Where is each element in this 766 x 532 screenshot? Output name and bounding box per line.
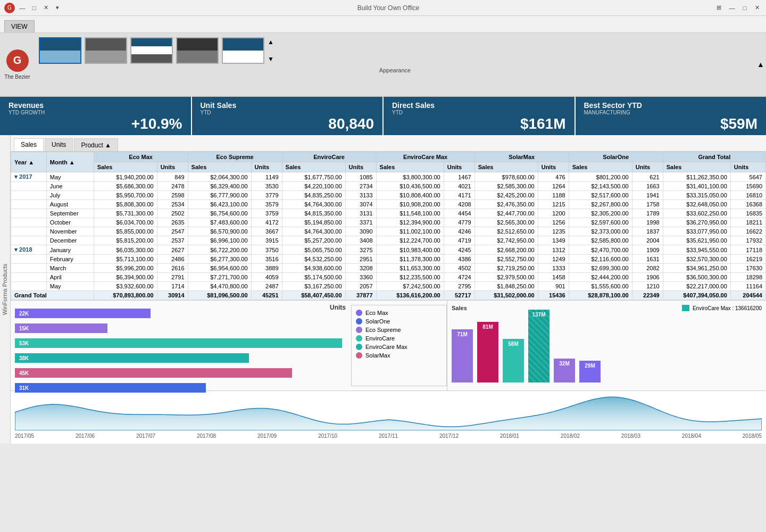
cell-month: August <box>46 200 94 209</box>
cell-year <box>11 191 47 200</box>
legend-text: EnviroCare <box>365 335 395 342</box>
ribbon: VIEW <box>0 16 766 33</box>
window-close-icon[interactable]: ✕ <box>753 4 762 12</box>
theme-swatch-5[interactable] <box>222 37 264 64</box>
cell-data: 1941 <box>632 191 663 200</box>
cell-data: 3133 <box>345 191 376 200</box>
legend-dot <box>356 318 362 325</box>
cell-data: 1249 <box>538 255 569 264</box>
cell-data: 3667 <box>251 227 282 236</box>
table-row: ▾ 2017May$1,940,200.00849$2,064,300.0011… <box>11 172 766 182</box>
collapse-icon[interactable]: ▲ <box>757 60 764 69</box>
cell-data: 2791 <box>157 273 188 282</box>
cell-data: 15690 <box>730 182 765 191</box>
cell-data: $11,653,300.00 <box>376 264 444 273</box>
app-icon[interactable]: G <box>4 3 15 13</box>
legend-dot <box>356 335 362 342</box>
scroll-down-icon[interactable]: ▼ <box>268 55 274 63</box>
cell-data: $2,668,200.00 <box>474 245 538 255</box>
cell-data: $1,848,250.00 <box>474 282 538 291</box>
cell-data: 4779 <box>444 218 474 227</box>
grand-total-cell: $70,893,800.00 <box>94 291 157 300</box>
cell-data: 4719 <box>444 236 474 245</box>
bar-label: 31K <box>19 385 29 391</box>
cell-data: 2627 <box>157 245 188 255</box>
cell-month: November <box>46 227 94 236</box>
pivot-table-wrapper[interactable]: Year ▲ Month ▲ Eco Max Eco Supreme Envir… <box>11 152 766 300</box>
cell-month: February <box>46 255 94 264</box>
cell-data: $11,002,100.00 <box>376 227 444 236</box>
logo-label: The Bezier <box>4 74 30 80</box>
cell-data: $6,722,200.00 <box>188 245 251 255</box>
cell-data: 2598 <box>157 191 188 200</box>
grand-total-cell: 30914 <box>157 291 188 300</box>
arrow-button[interactable]: ▾ <box>53 4 62 12</box>
cell-data: 11164 <box>730 282 765 291</box>
cell-data: $4,470,800.00 <box>188 282 251 291</box>
app-logo: G The Bezier <box>0 33 35 96</box>
winforms-label: WinForms Products <box>2 264 9 315</box>
ribbon-tab-view[interactable]: VIEW <box>4 20 35 32</box>
theme-swatch-3[interactable] <box>130 37 173 64</box>
timeline-label: 2017/11 <box>379 433 398 439</box>
grand-total-cell: $28,878,100.00 <box>569 291 632 300</box>
cell-data: 1789 <box>632 209 663 218</box>
theme-swatch-4[interactable] <box>176 37 219 64</box>
timeline-svg <box>15 393 762 430</box>
legend-items: Eco MaxSolarOneEco SupremeEnviroCareEnvi… <box>356 310 442 359</box>
cell-data: 3090 <box>345 227 376 236</box>
cell-data: 1215 <box>538 200 569 209</box>
legend-item: SolarMax <box>356 352 442 359</box>
scroll-up-icon[interactable]: ▲ <box>268 38 274 46</box>
cell-year <box>11 200 47 209</box>
cell-data: $7,242,500.00 <box>376 282 444 291</box>
cell-data: $5,808,300.00 <box>94 200 157 209</box>
sales-bar-group: 81M <box>477 322 498 383</box>
cell-data: 17932 <box>730 236 765 245</box>
bar-label: 45K <box>19 370 29 376</box>
cell-data: 3750 <box>251 245 282 255</box>
cell-data: $2,597,600.00 <box>569 218 632 227</box>
theme-label: Appearance <box>39 67 751 73</box>
cell-data: 1264 <box>538 182 569 191</box>
kpi-unit-sales: Unit Sales YTD 80,840 <box>192 97 384 135</box>
sales-bar-group: 58M <box>503 339 524 383</box>
th-month: Month ▲ <box>46 152 94 172</box>
th-grand-total: Grand Total <box>663 152 765 162</box>
cell-data: $5,686,300.00 <box>94 182 157 191</box>
tab-product[interactable]: Product ▲ <box>74 138 118 151</box>
th-env-units: Units <box>345 162 376 172</box>
tab-units[interactable]: Units <box>45 138 73 151</box>
kpi-direct-sales-title: Direct Sales <box>392 101 566 110</box>
bar-row: 45K <box>15 367 347 379</box>
table-row: May$3,932,600.001714$4,470,800.002487$3,… <box>11 282 766 291</box>
cell-data: $12,394,900.00 <box>376 218 444 227</box>
cell-data: 2795 <box>444 282 474 291</box>
restore-button[interactable]: □ <box>30 4 38 12</box>
cell-data: 1085 <box>345 172 376 182</box>
theme-area: ▲ ▼ Appearance <box>35 33 755 96</box>
cell-data: 1349 <box>538 236 569 245</box>
window-title: Build Your Own Office <box>357 4 420 12</box>
settings-icon[interactable]: ⊞ <box>715 4 723 12</box>
cell-month: April <box>46 273 94 282</box>
cell-data: $5,194,850.00 <box>282 218 345 227</box>
cell-data: $6,394,900.00 <box>94 273 157 282</box>
theme-swatch-2[interactable] <box>85 37 127 64</box>
cell-month: May <box>46 282 94 291</box>
window-max-icon[interactable]: □ <box>740 4 749 12</box>
minimize-button[interactable]: — <box>18 4 27 12</box>
bar-chart: 22K15K53K38K45K31K <box>15 305 347 394</box>
cell-data: 901 <box>538 282 569 291</box>
timeline-labels: 2017/052017/062017/072017/082017/092017/… <box>15 433 762 439</box>
window-min-icon[interactable]: — <box>728 4 736 12</box>
legend-text: EnviroCare Max <box>365 344 407 350</box>
theme-swatch-1[interactable] <box>39 37 81 64</box>
close-button[interactable]: ✕ <box>41 4 50 12</box>
tab-sales[interactable]: Sales <box>14 138 44 151</box>
cell-data: $36,270,950.00 <box>663 218 730 227</box>
cell-data: $2,719,250.00 <box>474 264 538 273</box>
kpi-best-sector-value: $59M <box>584 115 758 132</box>
cell-data: 2734 <box>345 182 376 191</box>
cell-data: $4,835,250.00 <box>282 191 345 200</box>
